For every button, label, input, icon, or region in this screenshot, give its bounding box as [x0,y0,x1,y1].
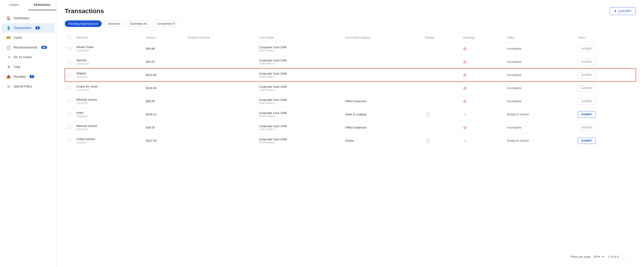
sidebar-item-transactions[interactable]: 💲 Transactions 8 [2,23,54,33]
row-checkbox-4[interactable] [68,99,71,103]
merchant-date: 11/13/2023 [76,88,140,91]
ban-icon: ⊘ [463,73,466,77]
export-icon: ⬇ [614,9,617,13]
filter-tab-pending-submission[interactable]: Pending Submission 8 [65,20,102,27]
sidebar-item-spend-policy[interactable]: ⊙ Spend Policy [2,82,54,91]
select-all-checkbox[interactable] [68,36,71,39]
card-sub: Card ending in [259,75,340,78]
status-cell: Incomplete [504,121,575,134]
receipt-cell [422,55,460,68]
submit-button[interactable]: SUBMIT [578,72,596,78]
go-to-travel-icon: ↗ [6,55,11,60]
business-purpose [185,121,256,134]
accounting-category: Airfare [342,134,422,147]
business-purpose [185,108,256,121]
col-header-8: Status [504,33,575,42]
ban-icon: ⊘ [463,46,466,51]
merchant-name: Hotel [76,111,140,114]
action-cell: SUBMIT [575,42,636,55]
receipt-icon: 📄 [425,112,430,117]
filter-tab-denied[interactable]: Denied 9 [104,20,124,27]
merchant-name: Wework Invoice [76,98,140,101]
sidebar-item-label: Spend Policy [14,84,32,88]
main-content: Transactions ⬇ EXPORT Pending Submission… [57,0,644,267]
submit-button[interactable]: SUBMIT [578,98,596,104]
sidebar-item-cards[interactable]: 💳 Cards [2,33,54,42]
filter-tab-completed[interactable]: Completed 47 [153,20,179,27]
sidebar-item-dashboard[interactable]: 🏠 Dashboard [2,13,54,23]
business-purpose [185,68,256,82]
warning-cell: ⚠ [460,108,504,121]
dashboard-icon: 🏠 [6,16,11,20]
row-checkbox-3[interactable] [68,86,71,90]
trips-icon: ✈ [6,64,11,69]
warning-cell: ⊘ [460,42,504,55]
transaction-amount: $187.20 [143,134,185,147]
submit-button[interactable]: SUBMIT [578,46,596,52]
rows-per-page-label: Rows per page: [570,255,591,258]
merchant-name: Cirque Du Soleil [76,85,140,88]
transaction-amount: $32.67 [143,55,185,68]
sidebar-item-reimbursements[interactable]: 📋 Reimbursements 46 [2,42,54,52]
sidebar-item-go-to-travel[interactable]: ↗ Go To Travel [2,52,54,62]
sidebar-item-receipts[interactable]: 📥 Receipts 1 [2,72,54,81]
ban-icon: ⊘ [463,125,466,130]
submit-button[interactable]: SUBMIT [578,85,596,91]
transaction-amount: $144.14 [143,108,185,121]
tab-personal[interactable]: PERSONAL [28,0,57,10]
table-header: MerchantAmountBusiness PurposeCard Detai… [65,33,636,42]
col-header-1: Merchant [74,33,143,42]
merchant-name: United Airlines [76,137,140,141]
table-row: Wework Invoice1/16/2022$29.00Corporate C… [65,121,636,134]
accounting-category: Office Expenses [342,95,422,108]
table-row: Wework Invoice1/22/2023$29.00Corporate C… [65,95,636,108]
prev-page-button[interactable]: ‹ [622,254,628,260]
transaction-amount: $160.28 [143,82,185,95]
submit-button[interactable]: SUBMIT [578,59,596,65]
row-checkbox-1[interactable] [68,60,71,63]
row-checkbox-7[interactable] [68,139,71,142]
merchant-name: Staples [76,72,140,75]
warning-cell: ⊘ [460,68,504,82]
submit-button[interactable]: SUBMIT [578,138,596,144]
row-checkbox-6[interactable] [68,126,71,129]
receipt-icon: 📄 [425,138,430,143]
col-header-6: Receipt [422,33,460,42]
export-button[interactable]: ⬇ EXPORT [610,7,636,15]
card-name: Corporate Card 1546 [259,72,340,75]
col-header-2: Amount [143,33,185,42]
row-checkbox-0[interactable] [68,47,71,50]
tab-admin[interactable]: ADMIN [0,0,28,10]
warning-icon: ⚠ [463,112,467,117]
sidebar-tabs: ADMIN PERSONAL [0,0,56,10]
action-cell: SUBMIT [575,108,636,121]
submit-button[interactable]: SUBMIT [578,124,596,131]
receipt-cell [422,42,460,55]
submit-button[interactable]: SUBMIT [578,111,596,118]
transaction-amount: $29.00 [143,121,185,134]
receipt-cell: 📄 [422,108,460,121]
row-checkbox-2[interactable] [68,73,71,76]
spend-policy-icon: ⊙ [6,84,11,88]
export-label: EXPORT [618,9,632,13]
table-row: Staples2/17/2024$314.64Corporate Card 15… [65,68,636,82]
table-row: Hotel8/22/2022$144.14Corporate Card 1546… [65,108,636,121]
status-cell: Ready to Submit [504,108,575,121]
accounting-category [342,55,422,68]
row-checkbox-5[interactable] [68,112,71,116]
merchant-name: Sprouts [76,58,140,62]
reimbursements-icon: 📋 [6,45,11,50]
sidebar-item-trips[interactable]: ✈ Trips [2,62,54,72]
status-cell: Incomplete [504,42,575,55]
rows-per-page-select[interactable]: 10 25 50 [592,255,600,258]
pagination-buttons: ‹ › [622,254,636,260]
table-row: Sprouts11/14/2024$32.67Corporate Card 15… [65,55,636,68]
next-page-button[interactable]: › [630,254,636,260]
filter-tab-submitted[interactable]: Submitted 43 [126,20,151,27]
sidebar-item-label: Dashboard [14,16,29,20]
business-purpose [185,82,256,95]
card-sub: Card ending in [259,49,340,52]
card-name: Corporate Card 1546 [259,46,340,49]
card-sub: Card ending in [259,102,340,104]
status-cell: Incomplete [504,95,575,108]
